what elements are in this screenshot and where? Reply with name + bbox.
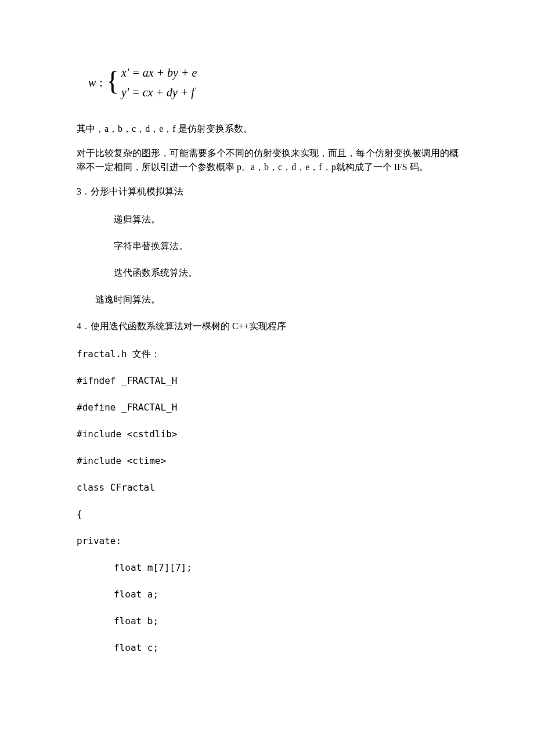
equation-line-2: y' = cx + dy + f: [121, 84, 197, 101]
member-line: float c;: [77, 641, 459, 655]
affine-formula: w : { x' = ax + by + e y' = cx + dy + f: [88, 64, 459, 101]
code-line: #include <cstdlib>: [77, 427, 459, 441]
algo-item: 递归算法。: [77, 213, 459, 226]
algo-item: 迭代函数系统算法。: [77, 266, 459, 280]
code-line: {: [77, 507, 459, 521]
code-line: #define _FRACTAL_H: [77, 401, 459, 415]
section-4-title: 4．使用迭代函数系统算法对一棵树的 C++实现程序: [77, 319, 459, 333]
paragraph-ifs: 对于比较复杂的图形，可能需要多个不同的仿射变换来实现，而且，每个仿射变换被调用的…: [77, 146, 459, 174]
paragraph-coeff: 其中，a，b，c，d，e，f 是仿射变换系数。: [77, 122, 459, 136]
formula-lhs: w: [88, 74, 96, 91]
member-line: float a;: [77, 588, 459, 602]
algo-item-last: 逃逸时间算法。: [77, 293, 459, 307]
brace-icon: {: [106, 69, 119, 93]
equation-column: x' = ax + by + e y' = cx + dy + f: [121, 64, 197, 101]
code-line: #include <ctime>: [77, 454, 459, 468]
member-line: float b;: [77, 614, 459, 628]
page: w : { x' = ax + by + e y' = cx + dy + f …: [0, 0, 534, 756]
formula-block: w : { x' = ax + by + e y' = cx + dy + f: [77, 64, 459, 101]
colon: :: [99, 74, 103, 91]
equation-line-1: x' = ax + by + e: [121, 64, 197, 81]
file-label: fractal.h 文件：: [77, 347, 459, 361]
algo-item: 字符串替换算法。: [77, 239, 459, 253]
code-line: #ifndef _FRACTAL_H: [77, 374, 459, 388]
member-line: float m[7][7];: [77, 561, 459, 575]
section-3-title: 3．分形中计算机模拟算法: [77, 185, 459, 199]
code-line: class CFractal: [77, 481, 459, 495]
code-line: private:: [77, 534, 459, 548]
